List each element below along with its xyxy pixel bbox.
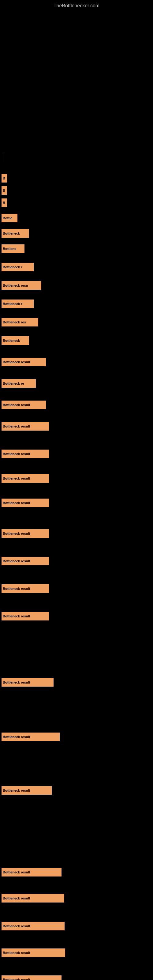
result-bar: Bottleneck re (2, 379, 36, 388)
result-bar: Bottleneck result (2, 733, 60, 741)
result-bar: B (2, 174, 7, 183)
result-bar: Bottleneck result (2, 358, 46, 366)
result-item: Bottleneck result (2, 422, 49, 431)
chart-area (0, 12, 153, 159)
result-item: Bottleneck resu (2, 281, 41, 290)
result-bar: Bottlene (2, 244, 24, 253)
result-item: Bottleneck result (2, 975, 62, 980)
result-item: B (2, 174, 7, 183)
result-item: Bottleneck result (2, 948, 65, 957)
result-bar: Bottleneck (2, 336, 29, 345)
result-item: Bottlene (2, 244, 24, 253)
result-item: Bottleneck result (2, 557, 49, 565)
site-title: TheBottlenecker.com (0, 0, 153, 12)
result-item: Bottleneck result (2, 733, 60, 741)
result-bar: Bottleneck res (2, 318, 38, 326)
result-bar: Bottleneck result (2, 422, 49, 431)
result-item: Bottleneck result (2, 584, 49, 593)
result-item: Bottleneck result (2, 450, 49, 458)
result-item: Bottleneck result (2, 474, 49, 483)
result-item: Bottleneck result (2, 868, 62, 877)
result-bar: Bottleneck result (2, 975, 62, 980)
result-item: Bottleneck r (2, 299, 33, 308)
result-bar: Bottleneck r (2, 263, 33, 271)
result-item: Bottle (2, 214, 18, 222)
result-bar: Bottleneck result (2, 557, 49, 565)
result-item: Bottleneck (2, 229, 29, 238)
result-item: Bottleneck result (2, 922, 65, 931)
result-item: Bottleneck result (2, 894, 64, 902)
result-bar: B (2, 199, 7, 207)
result-bar: Bottleneck (2, 229, 29, 238)
result-bar: Bottleneck result (2, 922, 65, 931)
result-bar: Bottleneck result (2, 868, 62, 877)
result-item: Bottleneck (2, 336, 29, 345)
result-item: Bottleneck result (2, 499, 49, 507)
result-item: Bottleneck result (2, 612, 49, 620)
result-bar: Bottleneck resu (2, 281, 41, 290)
result-bar: Bottleneck result (2, 529, 49, 538)
result-bar: Bottleneck result (2, 786, 52, 795)
result-bar: Bottleneck result (2, 894, 64, 902)
result-bar: Bottleneck result (2, 401, 46, 409)
result-bar: Bottleneck result (2, 948, 65, 957)
result-item: Bottleneck res (2, 318, 38, 326)
result-bar: Bottleneck r (2, 299, 33, 308)
axis-line (4, 153, 4, 162)
result-bar: Bottleneck result (2, 450, 49, 458)
result-bar: B (2, 186, 7, 195)
result-item: Bottleneck result (2, 358, 46, 366)
result-bar: Bottleneck result (2, 474, 49, 483)
result-item: Bottleneck r (2, 263, 33, 271)
result-bar: Bottleneck result (2, 584, 49, 593)
result-bar: Bottleneck result (2, 678, 54, 687)
site-title-container: TheBottlenecker.com (0, 0, 153, 12)
result-item: Bottleneck result (2, 786, 52, 795)
results-container: BBBBottleBottleneckBottleneBottleneck rB… (0, 162, 153, 980)
result-item: B (2, 186, 7, 195)
result-bar: Bottleneck result (2, 499, 49, 507)
result-item: Bottleneck result (2, 401, 46, 409)
result-item: Bottleneck re (2, 379, 36, 388)
result-item: Bottleneck result (2, 529, 49, 538)
result-item: B (2, 199, 7, 207)
result-item: Bottleneck result (2, 678, 54, 687)
result-bar: Bottleneck result (2, 612, 49, 620)
result-bar: Bottle (2, 214, 18, 222)
